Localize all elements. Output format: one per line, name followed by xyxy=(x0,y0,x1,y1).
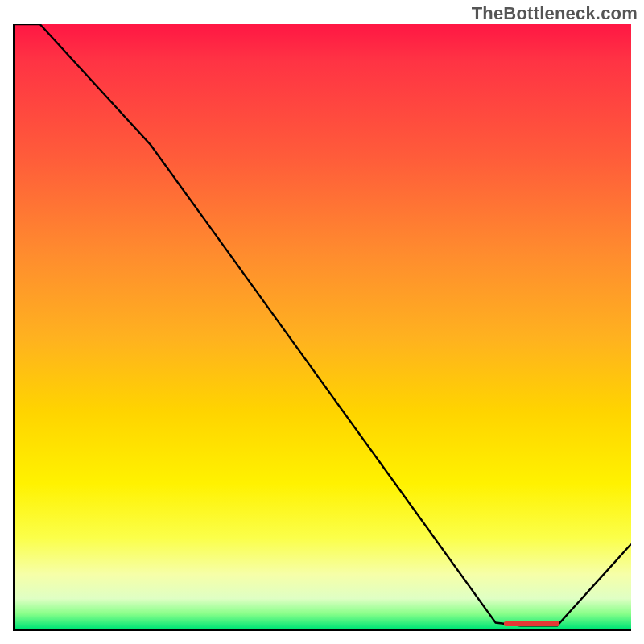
optimal-range-marker xyxy=(504,621,559,626)
bottleneck-curve xyxy=(15,24,631,629)
watermark-text: TheBottleneck.com xyxy=(472,3,638,24)
curve-path xyxy=(15,24,631,625)
plot-area xyxy=(13,24,631,631)
chart-container: TheBottleneck.com xyxy=(0,0,644,644)
